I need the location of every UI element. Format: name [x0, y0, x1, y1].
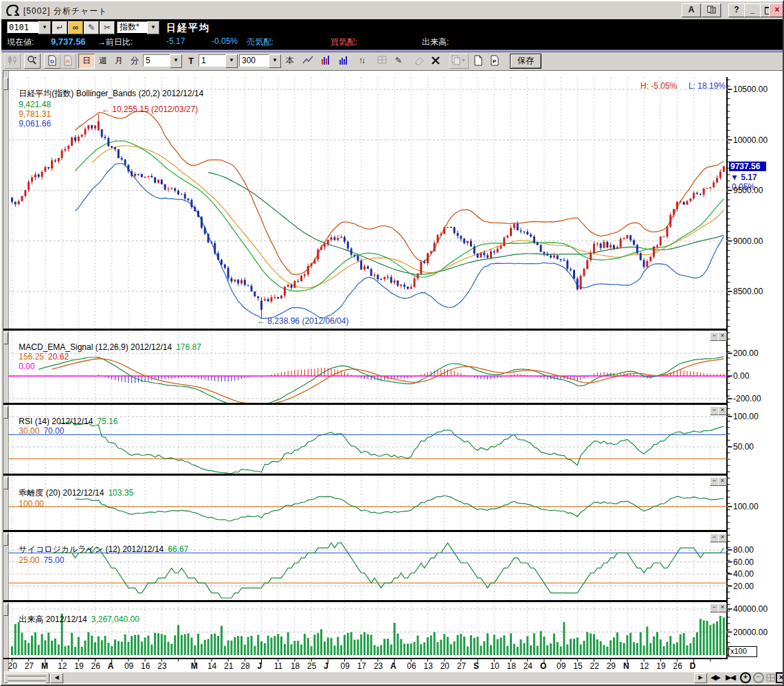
copy-window-button[interactable]: [702, 3, 721, 17]
y-axis-label: 20.00: [733, 582, 754, 591]
y-axis-label: 20000.00: [733, 628, 768, 637]
kairi-panel-splitter[interactable]: [3, 477, 8, 489]
ma-select-arrow[interactable]: ▼: [170, 54, 182, 68]
zoom-out-icon[interactable]: −: [753, 672, 764, 683]
symbol-name: 日経平均: [166, 22, 210, 34]
y-axis-label: 200.00: [733, 348, 759, 358]
volume-close-button[interactable]: ×: [718, 604, 727, 612]
grid-icon: [377, 55, 388, 66]
trendline-tool-button[interactable]: [300, 54, 316, 69]
cut-button[interactable]: ✂: [100, 21, 115, 34]
psych-close-button[interactable]: ×: [718, 533, 727, 542]
rsi-panel-header: RSI (14) 2012/12/1475.16 30.0070.00: [10, 407, 122, 445]
quote-row: 現在値: 9,737.56 →前日比: -5.17 -0.05% 売気配: 買気…: [1, 34, 783, 49]
scrollbar-thumb[interactable]: [4, 673, 49, 683]
histogram-red-blue-button[interactable]: [317, 54, 334, 69]
kairi-close-button[interactable]: ×: [718, 477, 727, 486]
volume-label: 出来高:: [422, 36, 449, 48]
period-day-button[interactable]: 日: [78, 54, 95, 69]
compress-bars-icon[interactable]: ▶◀: [724, 672, 736, 683]
macd-panel-header: MACD_EMA_Signal (12,26,9) 2012/12/14176.…: [10, 333, 205, 381]
time-axis-ticks: [8, 659, 728, 665]
svg-text:D: D: [50, 58, 54, 65]
minimize-button[interactable]: _: [744, 3, 761, 17]
index-select[interactable]: 指数*: [117, 21, 148, 33]
period-week-button[interactable]: 週: [95, 54, 111, 69]
code-dropdown-button[interactable]: ▼: [38, 21, 51, 34]
y-axis-label: 40.00: [733, 569, 754, 579]
bars-unit-label: 本: [282, 54, 298, 69]
low-pct-label: L: 18.19%: [688, 81, 726, 91]
save-button[interactable]: 保存: [510, 54, 541, 69]
x-icon: [430, 55, 441, 66]
y-axis-label: 80.00: [733, 545, 754, 555]
zoom-in-icon[interactable]: +: [740, 672, 751, 683]
page-p-button[interactable]: P: [486, 54, 503, 69]
histogram-red-blue-icon: [320, 55, 331, 66]
help-button[interactable]: ?: [728, 3, 745, 17]
page-add-icon: [473, 55, 484, 66]
pencil-tool-button[interactable]: ✎: [390, 54, 407, 69]
page-r-button[interactable]: R: [60, 54, 76, 69]
grid-window-glyph: [766, 674, 775, 682]
edit-button[interactable]: ✎: [84, 21, 99, 34]
panel-divider[interactable]: [3, 474, 728, 476]
high-annotation: ← 10,255.15 (2012/03/27): [102, 104, 198, 114]
copy-chart-icon: [451, 55, 467, 66]
y-axis-label: 100.00: [733, 412, 759, 421]
macd-panel-splitter[interactable]: [3, 332, 8, 344]
updown-arrows-button[interactable]: ↑↓: [353, 54, 370, 69]
eraser-icon: [414, 55, 425, 66]
horizontal-scrollbar: ◀ ▶ ◀▶ ▶◀ + − ×: [3, 672, 783, 683]
copy-chart-button[interactable]: [449, 54, 469, 69]
histogram-blue-button[interactable]: [335, 54, 352, 69]
volume-panel-splitter[interactable]: [3, 604, 8, 616]
page-r-icon: R: [63, 55, 74, 66]
quote-band: ▼ ↵ ∞ ✎ ✂ 指数* ▼ 日経平均 現在値: 9,737.56 →前日比:…: [1, 19, 783, 49]
copy-icon: [707, 5, 716, 14]
scroll-right-button[interactable]: ▶: [694, 673, 707, 683]
font-button[interactable]: A: [682, 3, 701, 17]
y-axis-label: 0.00: [733, 371, 749, 381]
enter-button[interactable]: ↵: [52, 21, 67, 34]
bollinger-lower-value: 9,061.66: [19, 119, 51, 129]
psych-panel-header: サイコロジカルライン (12) 2012/12/1466.67 25.0075.…: [10, 534, 192, 575]
grid-tool-button[interactable]: [374, 54, 390, 69]
panel-divider[interactable]: [3, 600, 728, 602]
page-d-button[interactable]: D: [44, 54, 60, 69]
kairi-panel-header: 乖離度 (20) 2012/12/14103.35 100.00: [10, 478, 137, 518]
interval-select[interactable]: 1: [199, 54, 227, 67]
delete-tool-button[interactable]: [427, 54, 444, 69]
macd-close-button[interactable]: ×: [718, 332, 727, 341]
close-button[interactable]: ×: [769, 3, 784, 17]
ask-label: 売気配:: [247, 36, 273, 48]
page-add-button[interactable]: [470, 54, 486, 69]
zoom-tool-button[interactable]: [24, 54, 41, 69]
low-annotation: ← 8,238.96 (2012/06/04): [257, 316, 348, 326]
grid-window-icon[interactable]: [765, 672, 776, 683]
period-minute-button[interactable]: 分: [126, 54, 143, 69]
t-button[interactable]: T: [183, 54, 199, 69]
ma-select[interactable]: 5: [143, 54, 171, 67]
y-axis-label: 10500.00: [733, 85, 768, 94]
rsi-close-button[interactable]: ×: [718, 406, 727, 415]
bars-select-arrow[interactable]: ▼: [269, 54, 281, 68]
panel-divider[interactable]: [3, 329, 728, 331]
main-panel-splitter[interactable]: [3, 78, 8, 90]
close-chart-icon[interactable]: ×: [776, 672, 784, 683]
panel-divider[interactable]: [3, 530, 728, 532]
expand-bars-icon[interactable]: ◀▶: [709, 672, 721, 683]
rsi-panel-splitter[interactable]: [3, 406, 8, 419]
panel-divider[interactable]: [3, 403, 728, 405]
scroll-left-button[interactable]: ◀: [50, 673, 63, 683]
bars-select[interactable]: 300: [239, 54, 270, 67]
psych-panel-splitter[interactable]: [3, 533, 8, 546]
binoculars-button[interactable]: ∞: [68, 21, 83, 34]
y-axis-label: 100.00: [733, 502, 759, 511]
symbol-code-input[interactable]: [7, 21, 40, 33]
interval-select-arrow[interactable]: ▼: [225, 54, 238, 68]
candlestick-tool-button[interactable]: [4, 54, 21, 69]
eraser-tool-button[interactable]: [411, 54, 427, 69]
index-dropdown-button[interactable]: ▼: [147, 21, 159, 34]
period-month-button[interactable]: 月: [111, 54, 127, 69]
